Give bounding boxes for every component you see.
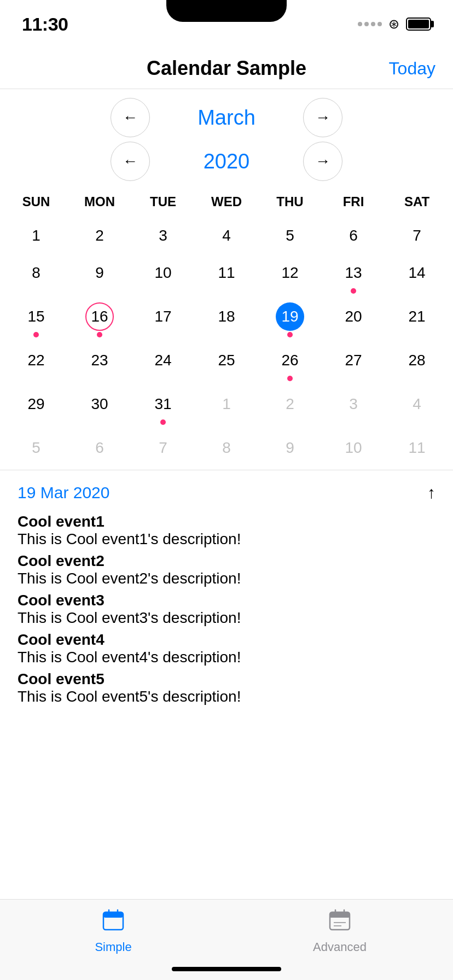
cal-day-5-5[interactable]: 10 xyxy=(322,428,385,465)
events-date-row: 19 Mar 2020 ↑ xyxy=(18,483,435,502)
prev-month-button[interactable]: ← xyxy=(111,98,150,137)
cal-day-2-2[interactable]: 17 xyxy=(131,297,195,341)
cal-day-number: 21 xyxy=(403,302,431,331)
cal-day-4-6[interactable]: 4 xyxy=(385,384,449,428)
cal-day-number: 14 xyxy=(403,259,431,287)
cal-day-number: 6 xyxy=(85,434,114,462)
cal-day-2-0[interactable]: 15 xyxy=(4,297,68,341)
home-indicator xyxy=(172,967,281,971)
advanced-tab-icon xyxy=(328,908,351,937)
cal-day-number: 1 xyxy=(22,221,50,250)
cal-day-1-1[interactable]: 9 xyxy=(68,253,131,297)
wifi-icon: ⊛ xyxy=(388,16,399,32)
nav-bar: Calendar Sample Today xyxy=(0,48,453,89)
next-month-button[interactable]: → xyxy=(303,98,342,137)
cal-day-number: 13 xyxy=(339,259,368,287)
cal-day-5-1[interactable]: 6 xyxy=(68,428,131,465)
cal-day-2-4[interactable]: 19 xyxy=(258,297,322,341)
cal-day-4-2[interactable]: 31 xyxy=(131,384,195,428)
cal-day-3-4[interactable]: 26 xyxy=(258,341,322,384)
cal-day-4-3[interactable]: 1 xyxy=(195,384,258,428)
cal-day-1-6[interactable]: 14 xyxy=(385,253,449,297)
advanced-tab-label: Advanced xyxy=(313,940,367,954)
cal-day-3-5[interactable]: 27 xyxy=(322,341,385,384)
cal-day-number: 30 xyxy=(85,390,114,418)
status-bar: 11:30 ⊛ xyxy=(0,0,453,48)
cal-day-4-5[interactable]: 3 xyxy=(322,384,385,428)
cal-day-number: 18 xyxy=(212,302,241,331)
svg-rect-5 xyxy=(330,912,350,918)
cal-day-number: 10 xyxy=(339,434,368,462)
cal-day-3-6[interactable]: 28 xyxy=(385,341,449,384)
cal-day-3-2[interactable]: 24 xyxy=(131,341,195,384)
cal-day-3-3[interactable]: 25 xyxy=(195,341,258,384)
cal-day-number: 29 xyxy=(22,390,50,418)
event-title-0: Cool event1 xyxy=(18,513,435,530)
cal-day-5-2[interactable]: 7 xyxy=(131,428,195,465)
cal-day-0-6[interactable]: 7 xyxy=(385,216,449,253)
cal-day-5-0[interactable]: 5 xyxy=(4,428,68,465)
event-title-4: Cool event5 xyxy=(18,670,435,688)
cal-day-0-2[interactable]: 3 xyxy=(131,216,195,253)
nav-title: Calendar Sample xyxy=(147,57,306,80)
cal-day-0-5[interactable]: 6 xyxy=(322,216,385,253)
cal-day-2-3[interactable]: 18 xyxy=(195,297,258,341)
cal-day-number: 15 xyxy=(22,302,50,331)
calendar-section: ← March → ← 2020 → SUNMONTUEWEDTHUFRISAT… xyxy=(0,89,453,465)
cal-day-4-4[interactable]: 2 xyxy=(258,384,322,428)
cal-day-number: 8 xyxy=(212,434,241,462)
cal-day-3-0[interactable]: 22 xyxy=(4,341,68,384)
today-button[interactable]: Today xyxy=(389,59,435,79)
cal-day-5-3[interactable]: 8 xyxy=(195,428,258,465)
prev-year-button[interactable]: ← xyxy=(111,142,150,181)
cal-day-number: 6 xyxy=(339,221,368,250)
cal-day-1-4[interactable]: 12 xyxy=(258,253,322,297)
tab-advanced[interactable]: Advanced xyxy=(296,908,384,954)
cal-day-1-0[interactable]: 8 xyxy=(4,253,68,297)
status-icons: ⊛ xyxy=(358,16,431,32)
cal-day-5-4[interactable]: 9 xyxy=(258,428,322,465)
cal-day-number: 9 xyxy=(85,259,114,287)
cal-day-number: 28 xyxy=(403,346,431,375)
event-desc-1: This is Cool event2's description! xyxy=(18,570,435,587)
cal-day-2-6[interactable]: 21 xyxy=(385,297,449,341)
events-section: 19 Mar 2020 ↑ Cool event1This is Cool ev… xyxy=(0,475,453,719)
cal-day-number: 24 xyxy=(149,346,177,375)
cal-day-0-0[interactable]: 1 xyxy=(4,216,68,253)
event-desc-4: This is Cool event5's description! xyxy=(18,688,435,705)
cal-day-number: 22 xyxy=(22,346,50,375)
cal-day-number: 25 xyxy=(212,346,241,375)
cal-day-number: 31 xyxy=(149,390,177,418)
cal-day-2-5[interactable]: 20 xyxy=(322,297,385,341)
signal-icon xyxy=(358,22,382,26)
event-dot xyxy=(160,419,166,425)
cal-day-0-3[interactable]: 4 xyxy=(195,216,258,253)
month-nav: ← March → xyxy=(0,98,453,137)
year-label: 2020 xyxy=(150,150,303,173)
cal-day-5-6[interactable]: 11 xyxy=(385,428,449,465)
cal-day-4-1[interactable]: 30 xyxy=(68,384,131,428)
event-dot xyxy=(287,376,293,381)
next-year-button[interactable]: → xyxy=(303,142,342,181)
cal-day-number: 12 xyxy=(276,259,304,287)
cal-day-number: 27 xyxy=(339,346,368,375)
divider xyxy=(0,470,453,470)
cal-day-0-1[interactable]: 2 xyxy=(68,216,131,253)
dow-header-tue: TUE xyxy=(131,190,195,214)
cal-day-1-2[interactable]: 10 xyxy=(131,253,195,297)
cal-day-number: 20 xyxy=(339,302,368,331)
svg-rect-1 xyxy=(103,912,123,918)
cal-day-2-1[interactable]: 16 xyxy=(68,297,131,341)
month-label: March xyxy=(150,106,303,130)
cal-day-0-4[interactable]: 5 xyxy=(258,216,322,253)
cal-day-number: 26 xyxy=(276,346,304,375)
cal-day-number: 7 xyxy=(403,221,431,250)
tab-simple[interactable]: Simple xyxy=(69,908,157,954)
cal-day-1-3[interactable]: 11 xyxy=(195,253,258,297)
notch xyxy=(166,0,287,22)
cal-day-3-1[interactable]: 23 xyxy=(68,341,131,384)
scroll-up-button[interactable]: ↑ xyxy=(427,483,435,502)
cal-day-number: 17 xyxy=(149,302,177,331)
cal-day-1-5[interactable]: 13 xyxy=(322,253,385,297)
cal-day-4-0[interactable]: 29 xyxy=(4,384,68,428)
